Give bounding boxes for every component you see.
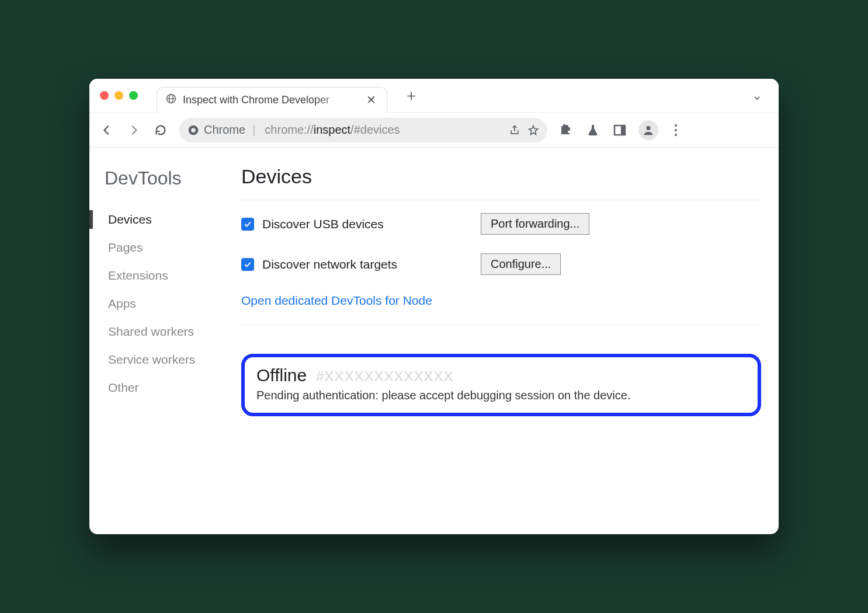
site-chip: Chrome | — [188, 123, 258, 137]
back-button[interactable] — [99, 122, 115, 138]
svg-rect-6 — [621, 126, 625, 135]
reload-button[interactable] — [152, 122, 169, 138]
page-content: DevTools Devices Pages Extensions Apps S… — [89, 148, 779, 534]
sidebar-item-extensions[interactable]: Extensions — [101, 262, 235, 290]
browser-tab[interactable]: Inspect with Chrome Developer ✕ — [157, 87, 387, 113]
sidebar-item-shared-workers[interactable]: Shared workers — [101, 318, 235, 346]
close-window-button[interactable] — [100, 91, 109, 100]
sidebar-item-apps[interactable]: Apps — [101, 290, 235, 318]
sidebar-item-service-workers[interactable]: Service workers — [101, 346, 235, 374]
extensions-icon[interactable] — [558, 123, 574, 137]
labs-icon[interactable] — [585, 123, 601, 137]
discover-usb-label: Discover USB devices — [262, 217, 473, 231]
site-chip-label: Chrome — [204, 123, 245, 137]
titlebar: Inspect with Chrome Developer ✕ ＋ ⌄ — [89, 79, 779, 113]
tab-title: Inspect with Chrome Developer — [183, 94, 358, 106]
main-panel: Devices Discover USB devices Port forwar… — [235, 162, 761, 517]
maximize-window-button[interactable] — [129, 91, 138, 100]
browser-window: Inspect with Chrome Developer ✕ ＋ ⌄ Chro… — [89, 79, 779, 534]
discover-network-checkbox[interactable] — [241, 258, 254, 271]
traffic-lights — [100, 91, 138, 100]
menu-button[interactable] — [669, 124, 683, 136]
globe-icon — [165, 93, 177, 107]
profile-avatar[interactable] — [638, 120, 658, 140]
configure-button[interactable]: Configure... — [481, 253, 561, 275]
address-bar[interactable]: Chrome | chrome://inspect/#devices — [179, 118, 547, 142]
offline-device-callout: Offline #XXXXXXXXXXXXX Pending authentic… — [241, 354, 761, 416]
page-title: Devices — [241, 165, 761, 188]
sidebar-title: DevTools — [101, 168, 235, 189]
sidebar-item-other[interactable]: Other — [101, 374, 235, 402]
pending-auth-message: Pending authentication: please accept de… — [256, 389, 746, 402]
discover-network-label: Discover network targets — [262, 257, 473, 271]
side-panel-icon[interactable] — [612, 123, 628, 137]
share-icon[interactable] — [509, 124, 520, 136]
forward-button[interactable] — [126, 122, 142, 138]
discover-usb-row: Discover USB devices Port forwarding... — [241, 213, 761, 235]
tabs-dropdown-icon[interactable]: ⌄ — [752, 88, 762, 103]
device-id-hash: #XXXXXXXXXXXXX — [316, 368, 453, 385]
port-forwarding-button[interactable]: Port forwarding... — [481, 213, 589, 235]
svg-point-7 — [646, 126, 650, 130]
node-devtools-link[interactable]: Open dedicated DevTools for Node — [241, 294, 432, 308]
discover-network-row: Discover network targets Configure... — [241, 253, 761, 275]
url-text: chrome://inspect/#devices — [265, 123, 400, 137]
minimize-window-button[interactable] — [114, 91, 123, 100]
svg-point-4 — [191, 128, 196, 133]
close-tab-button[interactable]: ✕ — [364, 93, 379, 107]
divider — [241, 324, 761, 325]
divider — [241, 200, 761, 200]
sidebar-item-pages[interactable]: Pages — [101, 234, 235, 262]
toolbar: Chrome | chrome://inspect/#devices — [89, 113, 779, 148]
bookmark-star-icon[interactable] — [527, 124, 539, 136]
new-tab-button[interactable]: ＋ — [404, 85, 419, 106]
offline-status-label: Offline — [256, 365, 307, 385]
sidebar: DevTools Devices Pages Extensions Apps S… — [89, 162, 235, 517]
sidebar-item-devices[interactable]: Devices — [101, 206, 235, 234]
discover-usb-checkbox[interactable] — [241, 218, 254, 231]
